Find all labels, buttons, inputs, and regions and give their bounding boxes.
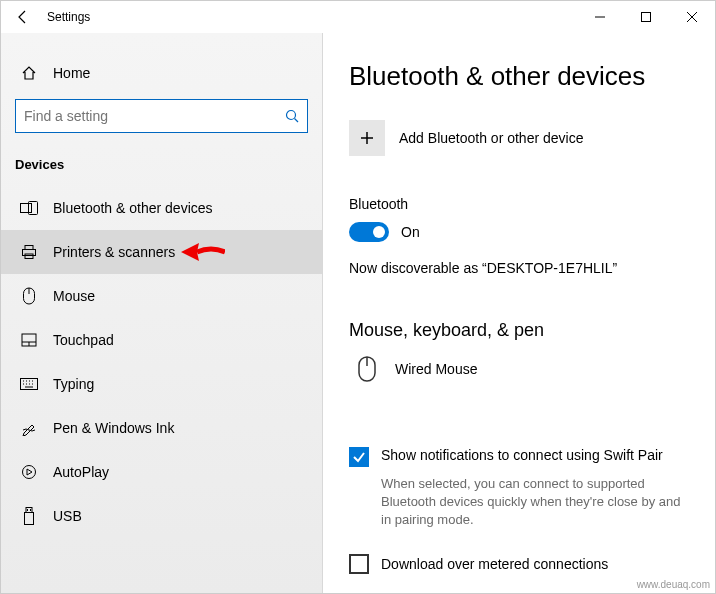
sidebar-item-label: Typing	[53, 376, 94, 392]
svg-rect-10	[25, 254, 33, 259]
sidebar-item-pen[interactable]: Pen & Windows Ink	[1, 406, 322, 450]
touchpad-icon	[19, 333, 39, 347]
close-button[interactable]	[669, 1, 715, 33]
svg-rect-27	[26, 508, 32, 513]
svg-rect-6	[21, 204, 32, 213]
swift-pair-checkbox[interactable]	[349, 447, 369, 467]
svg-point-26	[23, 466, 36, 479]
device-label: Wired Mouse	[395, 361, 477, 377]
sidebar-nav: Bluetooth & other devices Printers & sca…	[1, 186, 322, 593]
svg-rect-9	[23, 250, 36, 256]
add-device-button[interactable]: Add Bluetooth or other device	[349, 120, 685, 156]
sidebar-item-mouse[interactable]: Mouse	[1, 274, 322, 318]
window-title: Settings	[47, 10, 90, 24]
sidebar-item-printers[interactable]: Printers & scanners	[1, 230, 322, 274]
back-button[interactable]	[9, 3, 37, 31]
sidebar-item-label: USB	[53, 508, 82, 524]
svg-rect-8	[25, 246, 33, 250]
titlebar: Settings	[1, 1, 715, 33]
svg-rect-28	[25, 513, 34, 525]
minimize-button[interactable]	[577, 1, 623, 33]
autoplay-icon	[19, 464, 39, 480]
svg-point-4	[287, 111, 296, 120]
sidebar-item-label: Printers & scanners	[53, 244, 175, 260]
sidebar-section-header: Devices	[1, 151, 322, 186]
usb-icon	[19, 507, 39, 525]
content-pane: Bluetooth & other devices Add Bluetooth …	[323, 33, 715, 593]
discoverable-text: Now discoverable as “DESKTOP-1E7HLIL”	[349, 260, 685, 276]
bluetooth-toggle-state: On	[401, 224, 420, 240]
home-label: Home	[53, 65, 90, 81]
sidebar-item-touchpad[interactable]: Touchpad	[1, 318, 322, 362]
metered-label: Download over metered connections	[381, 556, 608, 572]
add-device-label: Add Bluetooth or other device	[399, 130, 583, 146]
keyboard-icon	[19, 378, 39, 390]
devices-icon	[19, 201, 39, 215]
mouse-icon	[19, 287, 39, 305]
sidebar-item-label: AutoPlay	[53, 464, 109, 480]
sidebar-item-label: Mouse	[53, 288, 95, 304]
home-icon	[19, 65, 39, 81]
sidebar-item-label: Bluetooth & other devices	[53, 200, 213, 216]
annotation-arrow	[181, 240, 225, 264]
svg-line-5	[295, 119, 299, 123]
sidebar-item-bluetooth[interactable]: Bluetooth & other devices	[1, 186, 322, 230]
home-button[interactable]: Home	[1, 53, 322, 93]
swift-pair-label: Show notifications to connect using Swif…	[381, 447, 663, 463]
sidebar: Home Devices Bluetooth & other devices	[1, 33, 323, 593]
sidebar-item-typing[interactable]: Typing	[1, 362, 322, 406]
pen-icon	[19, 420, 39, 436]
swift-pair-description: When selected, you can connect to suppor…	[381, 475, 685, 530]
bluetooth-toggle[interactable]	[349, 222, 389, 242]
maximize-button[interactable]	[623, 1, 669, 33]
plus-icon	[349, 120, 385, 156]
watermark: www.deuaq.com	[637, 579, 710, 590]
sidebar-item-label: Touchpad	[53, 332, 114, 348]
search-input[interactable]	[24, 108, 285, 124]
printer-icon	[19, 244, 39, 260]
sidebar-item-autoplay[interactable]: AutoPlay	[1, 450, 322, 494]
sidebar-item-label: Pen & Windows Ink	[53, 420, 174, 436]
mouse-icon	[349, 351, 385, 387]
bluetooth-label: Bluetooth	[349, 196, 685, 212]
settings-window: Settings Home	[0, 0, 716, 594]
window-body: Home Devices Bluetooth & other devices	[1, 33, 715, 593]
search-icon	[285, 109, 299, 123]
sidebar-item-usb[interactable]: USB	[1, 494, 322, 538]
svg-rect-1	[642, 13, 651, 22]
metered-checkbox[interactable]	[349, 554, 369, 574]
page-title: Bluetooth & other devices	[349, 61, 685, 92]
device-row[interactable]: Wired Mouse	[349, 351, 685, 387]
search-box[interactable]	[15, 99, 308, 133]
section-mouse-keyboard: Mouse, keyboard, & pen	[349, 320, 685, 341]
